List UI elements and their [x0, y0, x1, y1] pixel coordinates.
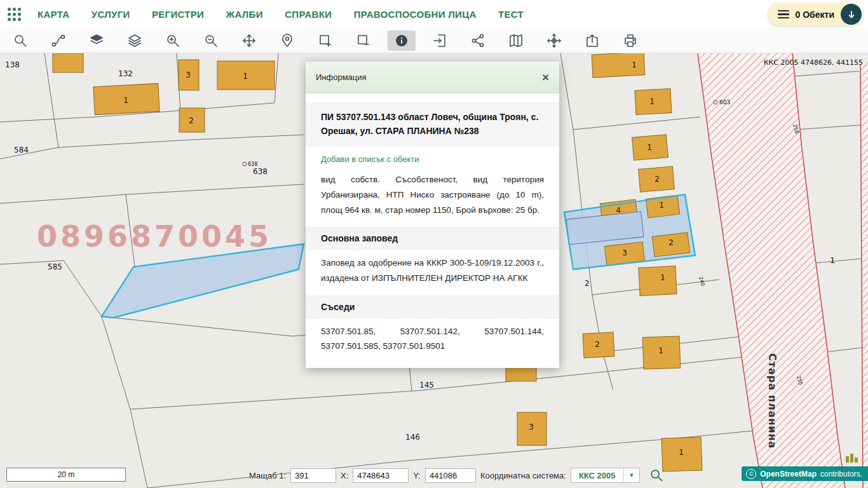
search-icon[interactable] [6, 30, 34, 51]
close-icon[interactable]: × [542, 71, 549, 83]
map-toolbar [0, 29, 868, 53]
building-number: 2 [595, 340, 600, 349]
building-number: 3 [186, 71, 191, 79]
pan-icon[interactable] [235, 30, 263, 51]
building-number: 1 [649, 97, 654, 106]
location-pin-icon[interactable] [273, 30, 301, 51]
parcel-label: 584 [14, 146, 29, 154]
top-navigation: КАРТА УСЛУГИ РЕГИСТРИ ЖАЛБИ СПРАВКИ ПРАВ… [0, 0, 868, 29]
apps-grid-icon[interactable] [8, 8, 21, 21]
parcel-boundary [126, 184, 304, 194]
parcel-details: вид собств. Съсобственост, вид територия… [306, 166, 559, 223]
osm-suffix: contributors. [820, 470, 862, 478]
parcel-title: ПИ 53707.501.143 област Ловеч, община Тр… [306, 102, 559, 146]
building-number: 1 [243, 72, 248, 81]
building-number: 1 [659, 201, 664, 210]
layers-filled-icon[interactable] [83, 30, 111, 51]
select-rect-add-icon[interactable] [311, 30, 339, 51]
parcel-boundary [58, 135, 304, 147]
osm-name: OpenStreetMap [760, 470, 817, 478]
building-number: 2 [668, 238, 674, 247]
building [592, 53, 645, 78]
legend-icon [846, 454, 858, 463]
menu-list-icon [778, 10, 789, 19]
layers-icon[interactable] [121, 30, 149, 51]
nav-item-test[interactable]: ТЕСТ [498, 9, 524, 20]
parcel-label: 145 [419, 381, 434, 390]
nav-item-uslugi[interactable]: УСЛУГИ [92, 9, 130, 20]
building-number: 1 [123, 96, 128, 105]
neighbors-section-header: Съседи [306, 295, 559, 318]
share-icon[interactable] [464, 30, 492, 51]
y-label: Y: [413, 471, 421, 480]
parcel-boundary [275, 53, 278, 103]
info-panel-title: Информация [316, 72, 367, 82]
search-icon [649, 468, 663, 482]
nav-item-zhalbi[interactable]: ЖАЛБИ [226, 9, 263, 20]
info-panel: Информация × ПИ 53707.501.143 област Лов… [306, 62, 559, 368]
scale-bar: 20 m [6, 468, 126, 482]
print-icon[interactable] [616, 30, 644, 51]
parcel-label: 146 [405, 433, 420, 442]
parcel-label: 585 [48, 262, 62, 271]
map-search-button[interactable] [649, 468, 663, 482]
parcel-label: 2 [585, 279, 590, 288]
crosshair-icon[interactable] [540, 30, 568, 51]
scale-bar-label: 20 m [58, 470, 75, 479]
status-bar: Мащаб 1: 391 X: 4748643 Y: 441086 Коорди… [249, 468, 663, 483]
nav-item-pravosposobni-lica[interactable]: ПРАВОСПОСОБНИ ЛИЦА [354, 9, 477, 20]
neighbors-text: 53707.501.85, 53707.501.142, 53707.501.1… [306, 318, 559, 368]
building-number: 1 [632, 60, 637, 69]
survey-point [243, 162, 247, 166]
info-icon[interactable] [388, 30, 416, 51]
watermark-phone: 0896870045 [37, 219, 272, 254]
x-input[interactable]: 4748643 [353, 468, 409, 483]
parcel-boundary [102, 316, 147, 488]
x-label: X: [341, 471, 348, 480]
nav-item-karta[interactable]: КАРТА [37, 9, 69, 20]
zoom-in-icon[interactable] [159, 30, 187, 51]
building [639, 266, 677, 296]
building-number: 2 [654, 175, 660, 184]
add-to-objects-link[interactable]: Добави в списък с обекти [306, 146, 559, 166]
zoom-out-icon[interactable] [197, 30, 225, 51]
nav-item-registri[interactable]: РЕГИСТРИ [152, 9, 204, 20]
parcel-label: 138 [5, 60, 20, 69]
objects-count-label: 0 Обекти [796, 10, 834, 20]
nav-item-spravki[interactable]: СПРАВКИ [285, 9, 332, 20]
select-rect-remove-icon[interactable] [349, 30, 377, 51]
building-number: 3 [622, 248, 627, 257]
building-number: 1 [658, 346, 663, 355]
parcel-label: 132 [118, 69, 133, 78]
arrow-down-icon [847, 10, 856, 19]
export-icon[interactable] [578, 30, 606, 51]
copyright-icon: © [746, 469, 756, 479]
crs-dropdown[interactable]: ККС 2005 ▼ [571, 468, 641, 483]
objects-pill[interactable]: 0 Обекти [768, 3, 863, 26]
parcel-label: 638 [248, 161, 257, 167]
main-menu: КАРТА УСЛУГИ РЕГИСТРИ ЖАЛБИ СПРАВКИ ПРАВ… [37, 9, 543, 20]
building-number: 3 [529, 423, 534, 431]
osm-attribution[interactable]: © OpenStreetMap contributors. [742, 466, 868, 481]
map-icon[interactable] [502, 30, 530, 51]
crs-label: Координатна система: [480, 471, 566, 480]
parcel-label: 240 [698, 276, 706, 287]
objects-dropdown-button[interactable] [841, 4, 862, 25]
y-input[interactable]: 441086 [425, 468, 476, 483]
scale-label: Мащаб 1: [249, 471, 286, 480]
building-number: 1 [679, 448, 684, 457]
selected-parcel-fill [102, 244, 304, 318]
scale-input[interactable]: 391 [290, 468, 336, 483]
parcel-boundary [815, 258, 868, 263]
parcel-label: 638 [253, 167, 268, 176]
parcel-boundary [794, 71, 859, 76]
building-number: 1 [647, 143, 652, 152]
route-icon[interactable] [44, 30, 72, 51]
building-number: 1 [660, 273, 665, 282]
building [53, 53, 83, 72]
parcel-label: 603 [719, 99, 730, 105]
order-text: Заповед за одобрение на КККР 300-5-109/1… [306, 250, 559, 291]
parcel-label: 1 [830, 255, 835, 265]
door-arrow-icon[interactable] [426, 30, 454, 51]
parcel-boundary [796, 125, 868, 130]
